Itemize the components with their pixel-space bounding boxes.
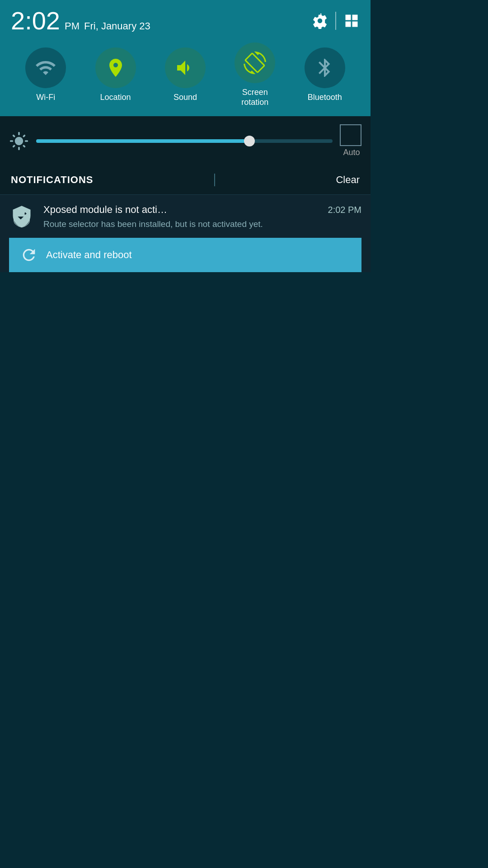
wifi-icon (35, 57, 56, 79)
notifications-header: NOTIFICATIONS Clear (0, 165, 371, 195)
settings-icon[interactable] (312, 13, 328, 29)
svg-rect-0 (16, 215, 28, 217)
notification-body: Route selector has been installed, but i… (43, 219, 263, 229)
brightness-row: Auto (0, 116, 371, 165)
brightness-fill (36, 139, 249, 143)
toggle-wifi[interactable]: Wi-Fi (25, 47, 66, 103)
toggle-screen-rotation-circle[interactable] (235, 42, 275, 83)
notifications-title: NOTIFICATIONS (11, 174, 93, 186)
activate-reboot-button[interactable]: Activate and reboot (9, 238, 361, 272)
toggle-bluetooth[interactable]: Bluetooth (305, 47, 345, 103)
toggle-location-circle[interactable] (95, 47, 136, 88)
bluetooth-icon (314, 57, 336, 79)
sound-icon (174, 57, 196, 79)
status-bar: 2:02 PM Fri, January 23 Wi-Fi (0, 0, 371, 116)
notifications-header-divider (214, 174, 215, 186)
notification-title: Xposed module is not acti… (43, 204, 215, 216)
auto-brightness-label: Auto (343, 148, 360, 157)
toggle-bluetooth-circle[interactable] (305, 47, 345, 88)
clock-ampm: PM (65, 20, 80, 32)
toggle-wifi-label: Wi-Fi (36, 93, 55, 103)
brightness-slider[interactable] (36, 139, 333, 143)
notification-text-block: Xposed module is not acti… 2:02 PM Route… (43, 204, 361, 231)
time-section: 2:02 PM Fri, January 23 (11, 8, 150, 33)
notification-app-icon (9, 204, 34, 229)
brightness-icon (9, 131, 29, 151)
toggle-location[interactable]: Location (95, 47, 136, 103)
toggle-wifi-circle[interactable] (25, 47, 66, 88)
bottom-area (0, 272, 371, 868)
screen-rotation-icon (244, 52, 266, 74)
toggle-sound[interactable]: Sound (165, 47, 206, 103)
notification-time: 2:02 PM (328, 205, 361, 215)
clear-button[interactable]: Clear (336, 174, 360, 186)
quick-toggles: Wi-Fi Location Sound (11, 38, 360, 116)
svg-rect-1 (19, 212, 21, 216)
date-label: Fri, January 23 (84, 20, 150, 32)
toggle-screen-rotation-label: Screen rotation (241, 88, 268, 107)
auto-brightness-col: Auto (340, 124, 361, 157)
reboot-icon (20, 246, 38, 264)
grid-icon[interactable] (343, 13, 360, 29)
location-icon (105, 57, 127, 79)
auto-brightness-box[interactable] (340, 124, 361, 146)
action-label: Activate and reboot (46, 249, 132, 261)
svg-rect-2 (23, 212, 24, 216)
status-divider (335, 12, 336, 30)
toggle-bluetooth-label: Bluetooth (308, 93, 342, 103)
notification-area: Xposed module is not acti… 2:02 PM Route… (0, 195, 371, 272)
clock-time: 2:02 (11, 8, 60, 33)
notification-card[interactable]: Xposed module is not acti… 2:02 PM Route… (0, 195, 371, 272)
brightness-thumb[interactable] (244, 136, 255, 146)
toggle-screen-rotation[interactable]: Screen rotation (235, 42, 275, 107)
status-icons (312, 12, 360, 30)
toggle-location-label: Location (100, 93, 131, 103)
toggle-sound-circle[interactable] (165, 47, 206, 88)
xposed-icon (10, 205, 33, 228)
toggle-sound-label: Sound (174, 93, 197, 103)
